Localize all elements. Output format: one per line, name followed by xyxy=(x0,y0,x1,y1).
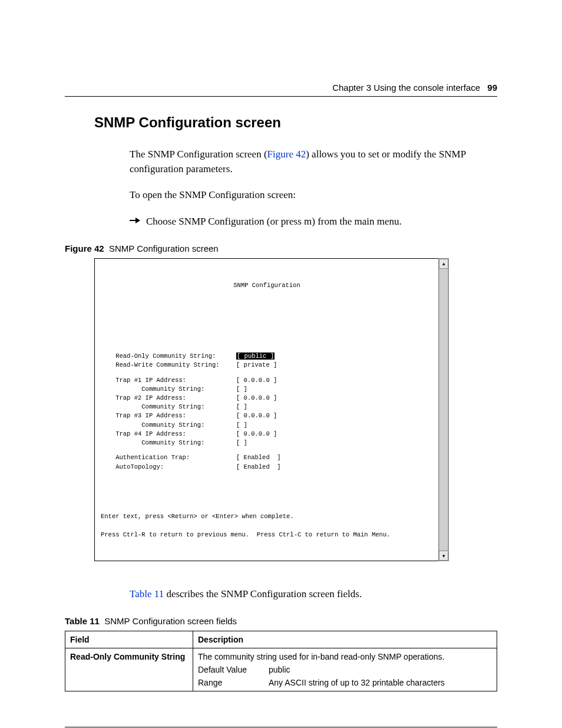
open-instruction: To open the SNMP Configuration screen: xyxy=(130,188,497,203)
console-row: Community String:[ ] xyxy=(101,421,433,430)
console-label: Community String: xyxy=(101,403,236,411)
fields-table: Field Description Read-Only Community St… xyxy=(65,631,497,691)
console-value: [ ] xyxy=(236,385,247,394)
section-heading: SNMP Configuration screen xyxy=(94,114,497,131)
console-value: [ 0.0.0.0 ] xyxy=(236,430,277,439)
console-row: Read-Write Community String:[ private ] xyxy=(101,361,433,370)
console-row: Trap #4 IP Address:[ 0.0.0.0 ] xyxy=(101,430,433,439)
console-row: Read-Only Community String:[ public ] xyxy=(101,352,433,361)
console-value: [ 0.0.0.0 ] xyxy=(236,376,277,385)
console-label: Community String: xyxy=(101,385,236,394)
console-row: Community String:[ ] xyxy=(101,403,433,411)
console-label: Trap #1 IP Address: xyxy=(101,376,236,385)
console-row: Authentication Trap:[ Enabled ] xyxy=(101,453,433,462)
console-help1: Enter text, press <Return> or <Enter> wh… xyxy=(101,512,433,521)
vertical-scrollbar[interactable]: ▴ ▾ xyxy=(438,258,449,562)
field-name: Read-Only Community String xyxy=(70,652,185,661)
console-row: Trap #3 IP Address:[ 0.0.0.0 ] xyxy=(101,411,433,420)
console-label: Trap #3 IP Address: xyxy=(101,411,236,420)
console-value: [ ] xyxy=(236,439,247,447)
rule-bottom xyxy=(65,727,497,727)
console-screenshot: SNMP Configuration Read-Only Community S… xyxy=(94,258,439,562)
console-value: [ public ] xyxy=(236,352,275,361)
intro-paragraph: The SNMP Configuration screen (Figure 42… xyxy=(130,147,497,176)
chapter-title: Chapter 3 Using the console interface xyxy=(332,83,480,93)
step-text: Choose SNMP Configuration (or press m) f… xyxy=(146,215,402,229)
console-label: Read-Write Community String: xyxy=(101,361,236,370)
console-value: [ ] xyxy=(236,421,247,430)
figure-xref[interactable]: Figure 42 xyxy=(267,149,306,160)
rule-top xyxy=(65,96,497,97)
console-value: [ private ] xyxy=(236,361,277,370)
console-value: [ 0.0.0.0 ] xyxy=(236,394,277,403)
console-row: Trap #2 IP Address:[ 0.0.0.0 ] xyxy=(101,394,433,403)
page-number: 99 xyxy=(487,83,497,93)
th-description: Description xyxy=(193,631,497,648)
scroll-down-icon[interactable]: ▾ xyxy=(439,551,448,561)
console-title: SNMP Configuration xyxy=(101,281,433,290)
console-row: AutoTopology:[ Enabled ] xyxy=(101,463,433,472)
step-bullet: Choose SNMP Configuration (or press m) f… xyxy=(130,215,497,229)
console-value: [ 0.0.0.0 ] xyxy=(236,411,277,420)
running-head: Chapter 3 Using the console interface 99 xyxy=(65,83,497,93)
th-field: Field xyxy=(65,631,193,648)
console-row: Community String:[ ] xyxy=(101,439,433,447)
console-value: [ ] xyxy=(236,403,247,411)
console-row: Community String:[ ] xyxy=(101,385,433,394)
console-label: AutoTopology: xyxy=(101,463,236,472)
console-label: Community String: xyxy=(101,421,236,430)
table-row: Read-Only Community String The community… xyxy=(65,648,497,691)
console-label: Read-Only Community String: xyxy=(101,352,236,361)
table-caption: Table 11 SNMP Configuration screen field… xyxy=(65,616,497,626)
console-value: [ Enabled ] xyxy=(236,453,281,462)
field-desc: The community string used for in-band re… xyxy=(198,652,492,661)
console-label: Trap #2 IP Address: xyxy=(101,394,236,403)
figure-caption: Figure 42 SNMP Configuration screen xyxy=(65,243,497,253)
console-label: Trap #4 IP Address: xyxy=(101,430,236,439)
table-xref[interactable]: Table 11 xyxy=(130,588,164,599)
arrow-right-icon xyxy=(130,217,140,224)
scroll-up-icon[interactable]: ▴ xyxy=(439,259,448,269)
console-help2: Press Ctrl-R to return to previous menu.… xyxy=(101,531,433,539)
table-lead-paragraph: Table 11 describes the SNMP Configuratio… xyxy=(130,587,497,602)
console-label: Community String: xyxy=(101,439,236,447)
console-row: Trap #1 IP Address:[ 0.0.0.0 ] xyxy=(101,376,433,385)
console-value: [ Enabled ] xyxy=(236,463,281,472)
console-label: Authentication Trap: xyxy=(101,453,236,462)
